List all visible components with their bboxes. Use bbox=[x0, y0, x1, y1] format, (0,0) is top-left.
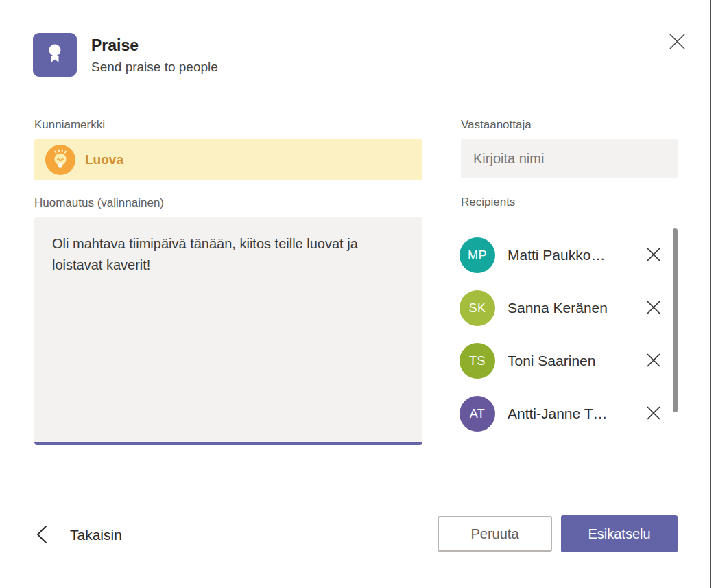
avatar: MP bbox=[460, 237, 495, 273]
remove-recipient-button[interactable] bbox=[642, 244, 665, 267]
chevron-left-icon bbox=[34, 524, 49, 548]
praise-dialog: Praise Send praise to people Kunniamerkk… bbox=[0, 0, 716, 588]
cancel-button[interactable]: Peruuta bbox=[438, 516, 552, 552]
close-button[interactable] bbox=[665, 30, 689, 55]
window-right-border bbox=[710, 0, 711, 588]
recipient-name: Matti Paukko… bbox=[508, 247, 605, 263]
preview-button[interactable]: Esikatselu bbox=[561, 515, 678, 552]
remove-icon bbox=[645, 299, 662, 318]
recipient-label: Vastaanottaja bbox=[461, 118, 532, 132]
recipient-row: SK Sanna Keränen bbox=[460, 290, 665, 326]
recipient-row: MP Matti Paukko… bbox=[460, 237, 665, 273]
praise-app-icon bbox=[33, 33, 77, 77]
recipient-name: Toni Saarinen bbox=[508, 353, 595, 369]
avatar: TS bbox=[460, 343, 495, 379]
remove-icon bbox=[645, 246, 662, 265]
recipient-name: Antti-Janne T… bbox=[508, 405, 608, 422]
avatar: AT bbox=[460, 396, 495, 432]
avatar: SK bbox=[460, 290, 495, 326]
recipient-row: AT Antti-Janne T… bbox=[460, 396, 665, 432]
recipients-list-label: Recipients bbox=[461, 196, 515, 209]
award-ribbon-icon bbox=[41, 40, 69, 70]
badge-label: Kunniamerkki bbox=[34, 118, 105, 132]
note-textarea[interactable]: Oli mahtava tiimipäivä tänään, kiitos te… bbox=[34, 217, 422, 445]
remove-recipient-button[interactable] bbox=[642, 349, 665, 373]
note-label: Huomautus (valinnainen) bbox=[34, 196, 164, 210]
page-title: Praise bbox=[91, 36, 139, 55]
remove-recipient-button[interactable] bbox=[642, 296, 665, 320]
lightbulb-icon bbox=[45, 145, 75, 175]
close-icon bbox=[668, 32, 687, 53]
recipient-row: TS Toni Saarinen bbox=[460, 343, 665, 379]
recipient-search-input[interactable] bbox=[461, 139, 678, 178]
back-button[interactable]: Takaisin bbox=[34, 521, 122, 549]
selected-badge-banner[interactable]: Luova bbox=[34, 139, 422, 180]
badge-value: Luova bbox=[85, 152, 123, 167]
remove-icon bbox=[645, 405, 662, 423]
recipients-scrollbar[interactable] bbox=[673, 228, 678, 412]
recipient-name: Sanna Keränen bbox=[508, 300, 608, 316]
remove-icon bbox=[645, 352, 662, 371]
back-button-label: Takaisin bbox=[70, 527, 122, 543]
page-subtitle: Send praise to people bbox=[91, 60, 218, 75]
remove-recipient-button[interactable] bbox=[642, 402, 665, 425]
